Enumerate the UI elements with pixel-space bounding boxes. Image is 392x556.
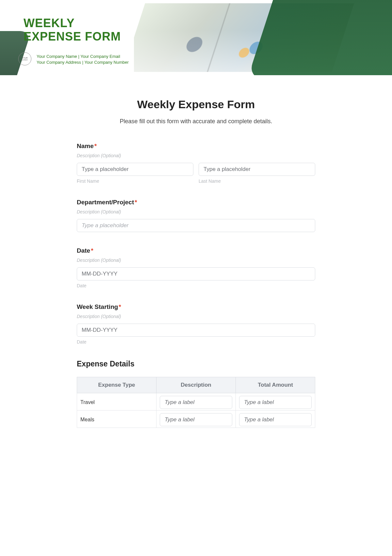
- cell-amount-input[interactable]: [239, 413, 312, 426]
- week-starting-description: Description (Optional): [77, 314, 315, 319]
- title-line-1: WEEKLY: [24, 16, 75, 30]
- week-starting-label-text: Week Starting: [77, 303, 118, 310]
- date-input[interactable]: [77, 267, 315, 280]
- last-name-sublabel: Last Name: [199, 178, 315, 184]
- template-header: WEEKLY EXPENSE FORM YOUR LOGO Your Compa…: [0, 0, 392, 75]
- expense-table: Expense Type Description Total Amount Tr…: [77, 377, 315, 428]
- field-week-starting: Week Starting* Description (Optional) Da…: [77, 303, 315, 345]
- name-description: Description (Optional): [77, 153, 315, 158]
- field-date: Date* Description (Optional) Date: [77, 247, 315, 288]
- date-label-text: Date: [77, 247, 90, 254]
- required-asterisk: *: [91, 247, 93, 254]
- th-expense-type: Expense Type: [77, 377, 156, 393]
- form-title: Weekly Expense Form: [77, 98, 315, 111]
- th-total-amount: Total Amount: [236, 377, 315, 393]
- department-label: Department/Project*: [77, 199, 315, 206]
- last-name-input[interactable]: [199, 163, 315, 176]
- department-description: Description (Optional): [77, 209, 315, 214]
- department-input[interactable]: [77, 219, 315, 232]
- date-sublabel: Date: [77, 283, 315, 288]
- expense-details-title: Expense Details: [77, 360, 315, 368]
- required-asterisk: *: [135, 199, 137, 206]
- th-description: Description: [156, 377, 236, 393]
- week-starting-label: Week Starting*: [77, 303, 315, 311]
- cell-amount-input[interactable]: [239, 396, 312, 409]
- cell-expense-type: Meals: [80, 417, 94, 422]
- company-line-1: Your Company Name | Your Company Email: [37, 54, 129, 59]
- form-subtitle: Please fill out this form with accurate …: [77, 118, 315, 125]
- week-starting-sublabel: Date: [77, 339, 315, 345]
- cell-description-input[interactable]: [160, 413, 232, 426]
- hero-image-area: [134, 0, 392, 75]
- field-department: Department/Project* Description (Optiona…: [77, 199, 315, 232]
- required-asterisk: *: [119, 303, 121, 310]
- name-label: Name*: [77, 143, 315, 150]
- date-description: Description (Optional): [77, 258, 315, 263]
- template-title: WEEKLY EXPENSE FORM: [24, 16, 121, 43]
- form-container: Weekly Expense Form Please fill out this…: [77, 98, 315, 428]
- date-label: Date*: [77, 247, 315, 254]
- company-info: Your Company Name | Your Company Email Y…: [37, 54, 129, 65]
- cell-expense-type: Travel: [80, 399, 95, 405]
- department-label-text: Department/Project: [77, 199, 134, 206]
- logo-text: YOUR LOGO: [22, 57, 27, 61]
- required-asterisk: *: [94, 143, 97, 149]
- week-starting-input[interactable]: [77, 324, 315, 337]
- company-line-2: Your Company Address | Your Company Numb…: [37, 59, 129, 65]
- first-name-sublabel: First Name: [77, 178, 193, 184]
- name-label-text: Name: [77, 143, 94, 149]
- first-name-input[interactable]: [77, 163, 193, 176]
- table-row: Travel: [77, 393, 315, 411]
- field-name: Name* Description (Optional) First Name …: [77, 143, 315, 184]
- title-line-2: EXPENSE FORM: [24, 30, 121, 43]
- cell-description-input[interactable]: [160, 396, 232, 409]
- decorative-shape-right: [248, 0, 392, 75]
- table-row: Meals: [77, 411, 315, 428]
- logo-placeholder: YOUR LOGO: [18, 52, 31, 65]
